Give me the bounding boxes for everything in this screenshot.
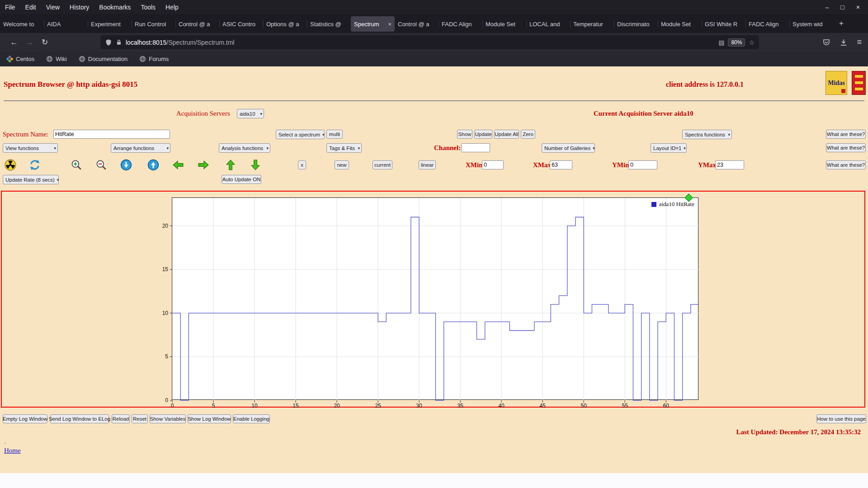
how-to-use-button[interactable]: How to use this page	[816, 414, 866, 423]
tab-temperature[interactable]: Temperatur	[570, 16, 614, 32]
reader-mode-icon[interactable]: ▤	[718, 39, 724, 46]
menu-history[interactable]: History	[65, 4, 94, 11]
tab-control-a[interactable]: Control @ a	[175, 16, 219, 32]
url-path: /Spectrum/Spectrum.tml	[166, 39, 234, 46]
radiation-icon[interactable]	[5, 159, 16, 171]
menu-bookmarks[interactable]: Bookmarks	[94, 4, 136, 11]
lock-icon[interactable]	[116, 39, 122, 46]
menu-file[interactable]: File	[0, 4, 20, 11]
tab-spectrum[interactable]: Spectrum×	[351, 16, 395, 32]
svg-text:0: 0	[171, 403, 174, 409]
new-button[interactable]: new	[335, 160, 349, 169]
blue-up-arrow-icon[interactable]	[147, 159, 159, 171]
url-text[interactable]: localhost:8015/Spectrum/Spectrum.tml	[126, 39, 234, 46]
channel-input[interactable]	[461, 143, 490, 152]
tracking-shield-icon[interactable]	[105, 39, 112, 46]
tab-aida[interactable]: AIDA	[44, 16, 88, 32]
tab-asic-control[interactable]: ASIC Contro	[219, 16, 263, 32]
close-icon[interactable]: ×	[856, 4, 860, 11]
tab-experiment[interactable]: Experiment	[88, 16, 132, 32]
pocket-icon[interactable]	[822, 38, 830, 47]
zoom-level-badge[interactable]: 80%	[728, 38, 745, 47]
layout-id-dropdown[interactable]: Layout ID=1▾	[651, 143, 687, 153]
view-functions-dropdown[interactable]: View functions▾	[3, 143, 58, 153]
zero-button[interactable]: Zero	[521, 130, 535, 139]
auto-update-button[interactable]: Auto Update ON	[222, 175, 261, 184]
empty-log-window-button[interactable]: Empty Log Window	[3, 414, 47, 423]
enable-logging-button[interactable]: Enable Logging	[233, 414, 270, 423]
blue-down-arrow-icon[interactable]	[120, 159, 132, 171]
xmin-input[interactable]	[482, 160, 504, 169]
reset-button[interactable]: Reset	[132, 414, 148, 423]
ymax-input[interactable]	[715, 160, 744, 169]
show-variables-button[interactable]: Show Variables	[150, 414, 186, 423]
home-link[interactable]: Home	[4, 447, 21, 455]
new-tab-button[interactable]: +	[835, 17, 848, 30]
current-button[interactable]: current	[373, 160, 392, 169]
back-icon[interactable]: ←	[6, 38, 22, 47]
tab-fadc-align-b[interactable]: FADC Align	[745, 16, 789, 32]
reload-button[interactable]: Reload	[112, 414, 130, 423]
legend-swatch	[651, 202, 656, 207]
tab-system-wide[interactable]: System wid	[789, 16, 833, 32]
green-right-arrow-icon[interactable]	[198, 159, 209, 171]
show-log-window-button[interactable]: Show Log Window	[188, 414, 231, 423]
reload-icon[interactable]: ↻	[37, 38, 52, 47]
bookmark-wiki[interactable]: Wiki	[46, 56, 67, 62]
tab-welcome[interactable]: Welcome to	[0, 16, 44, 32]
show-button[interactable]: Show	[457, 130, 472, 139]
linear-button[interactable]: linear	[419, 160, 436, 169]
green-down-arrow-icon[interactable]	[250, 159, 261, 171]
spectra-functions-dropdown[interactable]: Spectra functions▾	[682, 130, 732, 139]
update-all-button[interactable]: Update All	[494, 130, 519, 139]
tags-fits-dropdown[interactable]: Tags & Fits▾	[326, 143, 362, 153]
green-up-arrow-icon[interactable]	[225, 159, 236, 171]
tab-control-b[interactable]: Control @ a	[395, 16, 439, 32]
menu-edit[interactable]: Edit	[20, 4, 41, 11]
arrange-functions-dropdown[interactable]: Arrange functions▾	[111, 143, 170, 153]
bookmark-documentation[interactable]: Documentation	[79, 56, 127, 62]
spectrum-plot[interactable]: 05101520253035404550556005101520 aida10 …	[172, 197, 698, 400]
tab-gsi-white-rabbit[interactable]: GSI White R	[702, 16, 745, 32]
select-spectrum-dropdown[interactable]: Select a spectrum▾	[276, 130, 325, 139]
what-are-these-button-3[interactable]: What are these?	[826, 160, 866, 169]
tab-module-settings-b[interactable]: Module Set	[658, 16, 702, 32]
app-menu-icon[interactable]: ≡	[857, 38, 862, 47]
tab-run-control[interactable]: Run Control	[132, 16, 175, 32]
tab-statistics[interactable]: Statistics @	[307, 16, 351, 32]
zoom-out-icon[interactable]	[95, 159, 107, 171]
green-left-arrow-icon[interactable]	[172, 159, 184, 171]
tab-options[interactable]: Options @ a	[263, 16, 307, 32]
update-button[interactable]: Update	[474, 130, 492, 139]
minimize-icon[interactable]: –	[826, 4, 829, 11]
xmax-input[interactable]	[550, 160, 572, 169]
bookmark-centos[interactable]: Centos	[6, 56, 34, 62]
send-log-to-elog-button[interactable]: Send Log Window to ELog	[50, 414, 109, 423]
downloads-icon[interactable]	[840, 38, 848, 47]
url-bar[interactable]: localhost:8015/Spectrum/Spectrum.tml ▤ 8…	[100, 35, 759, 49]
maximize-icon[interactable]: □	[840, 4, 844, 11]
refresh-icon[interactable]	[29, 159, 41, 171]
menu-view[interactable]: View	[41, 4, 65, 11]
tab-local-and[interactable]: LOCAL and	[526, 16, 570, 32]
tab-close-icon[interactable]: ×	[388, 21, 392, 28]
bookmark-forums[interactable]: Forums	[139, 56, 169, 62]
menu-tools[interactable]: Tools	[136, 4, 160, 11]
tab-module-settings-a[interactable]: Module Set	[482, 16, 526, 32]
acquisition-server-select[interactable]: aida10▾	[237, 109, 264, 118]
zoom-in-icon[interactable]	[71, 159, 82, 171]
x-button[interactable]: x	[298, 160, 306, 169]
spectrum-name-input[interactable]	[53, 130, 170, 139]
what-are-these-button-2[interactable]: What are these?	[826, 143, 866, 152]
bookmark-star-icon[interactable]: ☆	[749, 39, 755, 46]
update-rate-dropdown[interactable]: Update Rate (8 secs)▾	[3, 175, 59, 184]
menu-help[interactable]: Help	[160, 4, 184, 11]
forward-icon[interactable]: →	[22, 38, 37, 47]
tab-fadc-align-a[interactable]: FADC Align	[439, 16, 482, 32]
number-of-galleries-dropdown[interactable]: Number of Galleries▾	[542, 143, 595, 153]
tab-discriminator[interactable]: Discriminato	[614, 16, 658, 32]
ymin-input[interactable]	[628, 160, 657, 169]
multi-button[interactable]: multi	[326, 130, 343, 139]
what-are-these-button-1[interactable]: What are these?	[826, 130, 866, 139]
analysis-functions-dropdown[interactable]: Analysis functions▾	[219, 143, 270, 153]
